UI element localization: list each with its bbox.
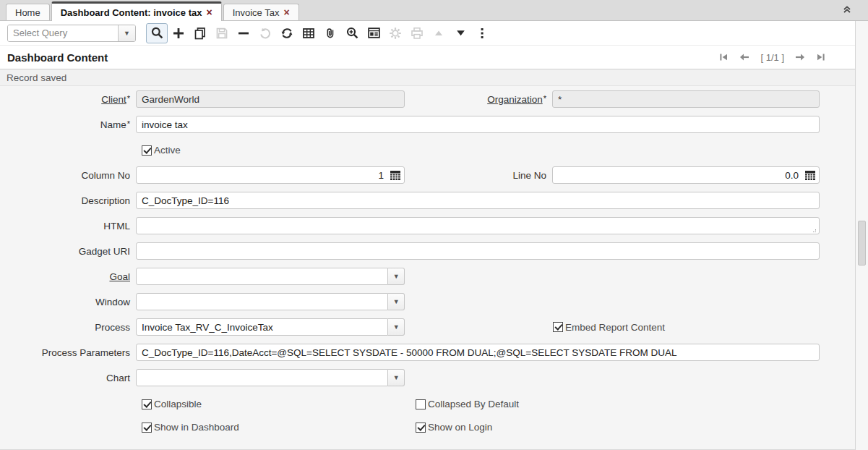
form-row: Gadget URI [0, 242, 855, 260]
scrollbar-thumb[interactable] [858, 221, 866, 266]
form-row: Process ▼ Embed Report Content [0, 318, 855, 336]
process-field[interactable] [136, 318, 388, 336]
checkbox-icon [142, 399, 152, 409]
chart-field[interactable] [136, 369, 388, 386]
checkbox-icon [142, 145, 152, 156]
detail-record-button[interactable] [450, 23, 471, 43]
record-indicator: [ 1/1 ] [760, 52, 784, 63]
window-label: Window [0, 297, 136, 307]
more-options-button[interactable] [471, 23, 493, 43]
goal-field[interactable] [136, 268, 388, 285]
show-on-login-checkbox[interactable]: Show on Login [416, 422, 492, 433]
status-bar: Record saved [0, 69, 868, 86]
form-row: Chart ▼ [0, 369, 855, 386]
save-icon [215, 27, 228, 40]
grid-icon [302, 27, 315, 40]
previous-record-button[interactable] [739, 52, 750, 62]
gadget-uri-label: Gadget URI [0, 246, 136, 257]
chevron-down-icon[interactable]: ▼ [388, 318, 405, 336]
record-navigation: [ 1/1 ] [718, 52, 826, 63]
close-icon[interactable]: × [283, 8, 289, 17]
html-label: HTML [0, 221, 136, 232]
organization-field [552, 90, 820, 108]
calculator-button[interactable] [388, 169, 403, 182]
chevron-double-up-icon [842, 4, 852, 14]
vertical-scrollbar[interactable] [855, 21, 868, 450]
collapsed-by-default-checkbox[interactable]: Collapsed By Default [416, 399, 519, 409]
checkbox-icon [553, 322, 563, 332]
triangle-down-icon [455, 27, 467, 39]
find-record-button[interactable] [146, 23, 168, 43]
refresh-button[interactable] [276, 23, 298, 43]
save-button[interactable] [211, 23, 233, 43]
chevron-down-icon[interactable]: ▼ [388, 369, 405, 386]
process-parameters-field[interactable] [136, 344, 820, 361]
calculator-icon [390, 170, 401, 181]
first-record-button[interactable] [718, 52, 729, 62]
page-title: Dashboard Content [7, 51, 108, 64]
name-field[interactable] [136, 116, 820, 133]
organization-label[interactable]: Organization [405, 94, 552, 105]
parent-record-button[interactable] [428, 23, 450, 43]
gadget-uri-field[interactable] [136, 242, 820, 260]
copy-record-button[interactable] [189, 23, 211, 43]
calculator-button[interactable] [803, 169, 817, 182]
client-label[interactable]: Client [0, 94, 136, 105]
chevron-down-icon[interactable]: ▼ [118, 25, 135, 41]
calculator-icon [804, 170, 816, 181]
process-button[interactable] [384, 23, 406, 43]
skip-last-icon [816, 52, 826, 62]
checkbox-icon [416, 399, 426, 409]
form-row: Column No Line No [0, 166, 855, 184]
form-row: Show in Dashboard Show on Login [0, 422, 855, 433]
grid-toggle-button[interactable] [298, 23, 319, 43]
vertical-ellipsis-icon [476, 27, 488, 40]
tab-invoice-tax[interactable]: Invoice Tax × [223, 4, 299, 20]
report-button[interactable] [363, 23, 384, 43]
tab-label: Home [15, 7, 40, 18]
print-button[interactable] [406, 23, 428, 43]
plus-icon [172, 27, 185, 40]
attachment-button[interactable] [319, 23, 341, 43]
close-icon[interactable]: × [206, 8, 212, 17]
name-label: Name [0, 119, 136, 130]
chevron-down-icon[interactable]: ▼ [388, 268, 405, 285]
window-field[interactable] [136, 293, 388, 310]
next-record-button[interactable] [794, 52, 806, 62]
html-field[interactable] [136, 217, 820, 234]
delete-record-button[interactable] [233, 23, 254, 43]
active-checkbox[interactable]: Active [142, 145, 181, 156]
description-label: Description [0, 195, 136, 206]
checkbox-icon [416, 423, 426, 433]
new-record-button[interactable] [168, 23, 189, 43]
gear-icon [389, 27, 402, 40]
chevron-down-icon[interactable]: ▼ [388, 293, 405, 310]
form-row: HTML [0, 217, 855, 234]
column-no-label: Column No [0, 170, 136, 181]
search-icon [150, 26, 164, 40]
form-row: Name [0, 116, 855, 133]
skip-first-icon [718, 52, 729, 62]
tab-dashboard-content[interactable]: Dashboard Content: invoice tax × [51, 1, 222, 21]
last-record-button[interactable] [816, 52, 826, 62]
select-query-input[interactable] [8, 25, 118, 41]
show-in-dashboard-checkbox[interactable]: Show in Dashboard [142, 422, 416, 433]
goal-label[interactable]: Goal [0, 271, 136, 282]
toolbar: ▼ [0, 21, 868, 46]
embed-report-content-checkbox[interactable]: Embed Report Content [553, 322, 665, 333]
status-message: Record saved [7, 72, 66, 83]
tab-home[interactable]: Home [6, 4, 50, 20]
undo-icon [259, 27, 272, 40]
line-no-field[interactable] [552, 166, 820, 184]
form-row: Window ▼ [0, 293, 855, 310]
description-field[interactable] [136, 192, 820, 209]
process-label: Process [0, 322, 136, 333]
column-no-field[interactable] [136, 166, 405, 184]
collapse-panel-button[interactable] [842, 4, 852, 17]
toolbar-icons [146, 23, 493, 43]
collapsible-checkbox[interactable]: Collapsible [142, 399, 416, 409]
dashboard-content-form: Client Organization Name Active Column N… [0, 86, 855, 433]
undo-button[interactable] [254, 23, 276, 43]
zoom-across-button[interactable] [341, 23, 363, 43]
chart-label: Chart [0, 373, 136, 383]
